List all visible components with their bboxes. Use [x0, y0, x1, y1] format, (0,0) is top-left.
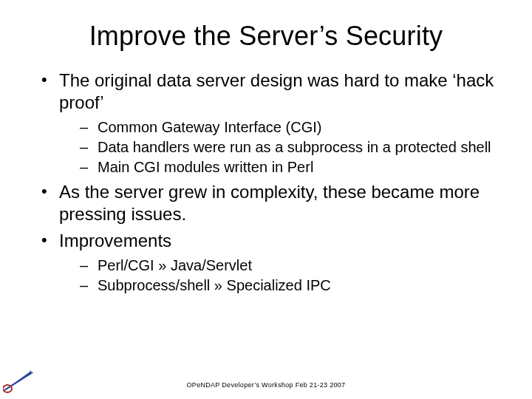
slide: Improve the Server’s Security The origin… [0, 0, 532, 399]
sub-bullet-list: Common Gateway Interface (CGI) Data hand… [59, 118, 497, 177]
sub-bullet-item: Subprocess/shell » Specialized IPC [59, 276, 497, 295]
slide-title: Improve the Server’s Security [35, 21, 497, 52]
sub-bullet-item: Common Gateway Interface (CGI) [59, 118, 497, 137]
bullet-item: The original data server design was hard… [35, 69, 497, 177]
bullet-text: As the server grew in complexity, these … [59, 182, 480, 224]
sub-bullet-item: Main CGI modules written in Perl [59, 158, 497, 177]
slide-content: The original data server design was hard… [35, 69, 497, 295]
bullet-list: The original data server design was hard… [35, 69, 497, 295]
logo-icon [3, 368, 35, 393]
slide-footer: OPeNDAP Developer’s Workshop Feb 21-23 2… [0, 381, 532, 389]
sub-bullet-item: Data handlers were run as a subprocess i… [59, 138, 497, 157]
sub-bullet-item: Perl/CGI » Java/Servlet [59, 256, 497, 275]
bullet-text: Improvements [59, 231, 171, 250]
bullet-item: Improvements Perl/CGI » Java/Servlet Sub… [35, 230, 497, 295]
bullet-text: The original data server design was hard… [59, 70, 494, 112]
sub-bullet-list: Perl/CGI » Java/Servlet Subprocess/shell… [59, 256, 497, 295]
bullet-item: As the server grew in complexity, these … [35, 181, 497, 225]
